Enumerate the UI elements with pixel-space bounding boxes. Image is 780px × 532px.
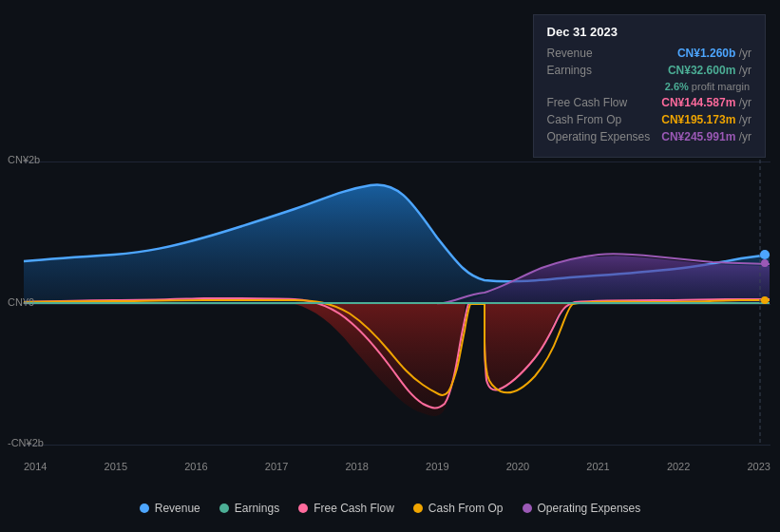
legend-item-revenue[interactable]: Revenue [140,502,200,515]
op-dot [761,259,769,267]
tooltip-row-revenue: Revenue CN¥1.260b /yr [547,47,751,60]
tooltip-box: Dec 31 2023 Revenue CN¥1.260b /yr Earnin… [533,14,766,158]
legend-item-cashop[interactable]: Cash From Op [413,502,504,515]
tooltip-row-opex: Operating Expenses CN¥245.991m /yr [547,130,751,143]
legend-label-earnings: Earnings [235,502,279,515]
tooltip-unit-revenue: /yr [739,47,751,60]
x-label-2022: 2022 [667,461,690,472]
chart-container: CN¥2b CN¥0 -CN¥2b 2014 2015 2016 2017 20… [0,0,780,532]
cash-op-dot [761,296,769,304]
y-label-top: CN¥2b [8,154,40,165]
x-label-2017: 2017 [265,461,288,472]
tooltip-label-cashop: Cash From Op [547,113,622,126]
tooltip-value-revenue: CN¥1.260b [677,47,735,60]
legend-item-fcf[interactable]: Free Cash Flow [298,502,394,515]
tooltip-label-fcf: Free Cash Flow [547,96,628,109]
negative-area [295,304,570,416]
tooltip-unit-opex: /yr [739,130,751,143]
tooltip-value-cashop: CN¥195.173m [661,113,735,126]
tooltip-label-earnings: Earnings [547,64,592,77]
x-label-2014: 2014 [24,461,47,472]
tooltip-unit-cashop: /yr [739,113,751,126]
legend-label-cashop: Cash From Op [428,502,504,515]
profit-margin-text: profit margin [692,81,750,92]
x-label-2016: 2016 [184,461,207,472]
x-label-2015: 2015 [105,461,127,472]
legend-item-opex[interactable]: Operating Expenses [523,502,641,515]
tooltip-date: Dec 31 2023 [547,25,751,39]
x-label-2018: 2018 [345,461,368,472]
legend: Revenue Earnings Free Cash Flow Cash Fro… [0,502,780,515]
profit-margin-row: 2.6% profit margin [547,81,751,92]
x-label-2023: 2023 [747,461,770,472]
revenue-dot [760,250,770,259]
legend-dot-opex [523,504,532,513]
legend-item-earnings[interactable]: Earnings [219,502,279,515]
y-label-bottom: -CN¥2b [8,437,44,448]
x-label-2020: 2020 [506,461,529,472]
legend-dot-cashop [413,504,423,513]
x-label-2021: 2021 [586,461,609,472]
legend-label-revenue: Revenue [155,502,200,515]
legend-dot-earnings [219,504,229,513]
tooltip-unit-earnings: /yr [739,64,751,77]
tooltip-value-earnings: CN¥32.600m [668,64,735,77]
profit-margin-value: 2.6% [665,81,689,92]
tooltip-value-opex: CN¥245.991m [661,130,735,143]
tooltip-value-fcf: CN¥144.587m [661,96,735,109]
tooltip-label-opex: Operating Expenses [547,130,651,143]
x-labels: 2014 2015 2016 2017 2018 2019 2020 2021 … [24,461,770,472]
legend-label-opex: Operating Expenses [538,502,641,515]
legend-label-fcf: Free Cash Flow [314,502,394,515]
tooltip-row-cashop: Cash From Op CN¥195.173m /yr [547,113,751,126]
x-label-2019: 2019 [426,461,448,472]
tooltip-unit-fcf: /yr [739,96,751,109]
y-label-mid: CN¥0 [8,296,34,308]
tooltip-label-revenue: Revenue [547,47,593,60]
legend-dot-fcf [298,504,308,513]
tooltip-row-earnings: Earnings CN¥32.600m /yr [547,64,751,77]
tooltip-row-fcf: Free Cash Flow CN¥144.587m /yr [547,96,751,109]
legend-dot-revenue [140,504,149,513]
